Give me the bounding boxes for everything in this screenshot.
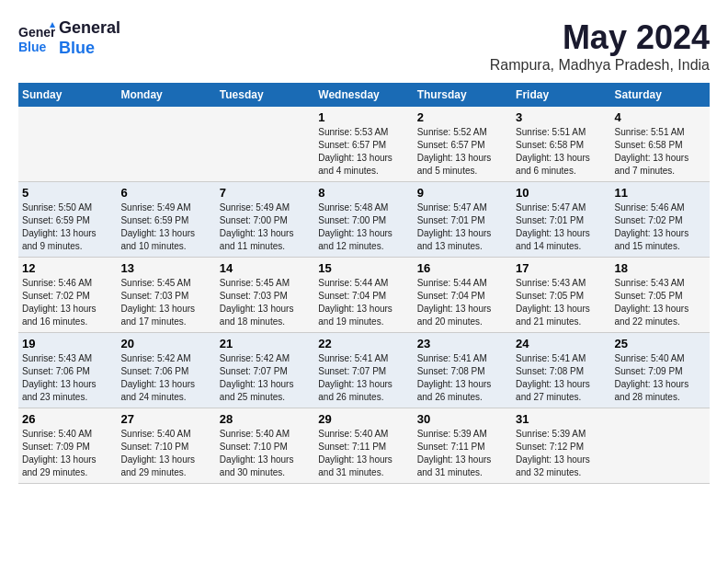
day-info: Sunrise: 5:46 AMSunset: 7:02 PMDaylight:… [615, 201, 706, 253]
day-info: Sunrise: 5:39 AMSunset: 7:11 PMDaylight:… [417, 428, 508, 479]
day-number: 29 [318, 412, 409, 426]
logo-text: General Blue [59, 18, 120, 58]
calendar-cell: 13Sunrise: 5:45 AMSunset: 7:03 PMDayligh… [117, 258, 215, 333]
calendar-week-row: 12Sunrise: 5:46 AMSunset: 7:02 PMDayligh… [18, 258, 710, 333]
day-number: 9 [417, 186, 508, 200]
day-number: 6 [120, 186, 211, 200]
calendar-cell: 28Sunrise: 5:40 AMSunset: 7:10 PMDayligh… [216, 408, 314, 484]
day-info: Sunrise: 5:44 AMSunset: 7:04 PMDaylight:… [417, 277, 508, 328]
day-number: 22 [318, 337, 409, 350]
day-info: Sunrise: 5:42 AMSunset: 7:07 PMDaylight:… [220, 352, 311, 404]
calendar-cell [611, 408, 710, 484]
calendar-cell: 3Sunrise: 5:51 AMSunset: 6:58 PMDaylight… [512, 107, 610, 182]
main-title: May 2024 [490, 18, 710, 57]
calendar-cell: 26Sunrise: 5:40 AMSunset: 7:09 PMDayligh… [18, 408, 117, 484]
header-friday: Friday [512, 83, 610, 107]
calendar-cell: 1Sunrise: 5:53 AMSunset: 6:57 PMDaylight… [314, 107, 413, 182]
calendar-cell: 15Sunrise: 5:44 AMSunset: 7:04 PMDayligh… [314, 258, 413, 333]
day-info: Sunrise: 5:41 AMSunset: 7:08 PMDaylight:… [417, 352, 508, 404]
calendar-cell: 12Sunrise: 5:46 AMSunset: 7:02 PMDayligh… [18, 258, 117, 333]
day-info: Sunrise: 5:40 AMSunset: 7:09 PMDaylight:… [22, 428, 113, 479]
day-number: 1 [318, 110, 409, 124]
calendar-cell: 25Sunrise: 5:40 AMSunset: 7:09 PMDayligh… [611, 333, 710, 408]
calendar-cell: 30Sunrise: 5:39 AMSunset: 7:11 PMDayligh… [414, 408, 512, 484]
calendar-cell: 4Sunrise: 5:51 AMSunset: 6:58 PMDaylight… [611, 107, 710, 182]
day-number: 8 [318, 186, 409, 200]
header-thursday: Thursday [414, 83, 512, 107]
svg-text:General: General [18, 25, 55, 40]
day-info: Sunrise: 5:47 AMSunset: 7:01 PMDaylight:… [417, 201, 508, 253]
calendar-cell: 9Sunrise: 5:47 AMSunset: 7:01 PMDaylight… [414, 182, 512, 258]
header-wednesday: Wednesday [314, 83, 413, 107]
day-info: Sunrise: 5:47 AMSunset: 7:01 PMDaylight:… [516, 201, 607, 253]
day-number: 10 [516, 186, 607, 200]
calendar-cell: 18Sunrise: 5:43 AMSunset: 7:05 PMDayligh… [611, 258, 710, 333]
day-info: Sunrise: 5:42 AMSunset: 7:06 PMDaylight:… [120, 352, 211, 404]
calendar-cell [216, 107, 314, 182]
day-info: Sunrise: 5:40 AMSunset: 7:10 PMDaylight:… [120, 428, 211, 479]
calendar-cell: 16Sunrise: 5:44 AMSunset: 7:04 PMDayligh… [414, 258, 512, 333]
day-info: Sunrise: 5:45 AMSunset: 7:03 PMDaylight:… [120, 277, 211, 328]
page-header: General Blue General Blue May 2024 Rampu… [18, 18, 710, 74]
calendar-cell: 17Sunrise: 5:43 AMSunset: 7:05 PMDayligh… [512, 258, 610, 333]
day-number: 20 [120, 337, 211, 350]
day-number: 26 [22, 412, 113, 426]
day-info: Sunrise: 5:51 AMSunset: 6:58 PMDaylight:… [615, 126, 706, 178]
calendar-cell: 21Sunrise: 5:42 AMSunset: 7:07 PMDayligh… [216, 333, 314, 408]
day-number: 17 [516, 261, 607, 275]
calendar-cell: 7Sunrise: 5:49 AMSunset: 7:00 PMDaylight… [216, 182, 314, 258]
header-monday: Monday [117, 83, 215, 107]
day-number: 23 [417, 337, 508, 350]
logo: General Blue General Blue [18, 18, 120, 58]
calendar-cell: 23Sunrise: 5:41 AMSunset: 7:08 PMDayligh… [414, 333, 512, 408]
calendar-cell: 2Sunrise: 5:52 AMSunset: 6:57 PMDaylight… [414, 107, 512, 182]
day-info: Sunrise: 5:49 AMSunset: 6:59 PMDaylight:… [120, 201, 211, 253]
calendar-cell: 29Sunrise: 5:40 AMSunset: 7:11 PMDayligh… [314, 408, 413, 484]
calendar-cell: 19Sunrise: 5:43 AMSunset: 7:06 PMDayligh… [18, 333, 117, 408]
day-info: Sunrise: 5:46 AMSunset: 7:02 PMDaylight:… [22, 277, 113, 328]
calendar-table: SundayMondayTuesdayWednesdayThursdayFrid… [18, 83, 710, 484]
day-number: 4 [615, 110, 706, 124]
calendar-cell: 14Sunrise: 5:45 AMSunset: 7:03 PMDayligh… [216, 258, 314, 333]
calendar-header-row: SundayMondayTuesdayWednesdayThursdayFrid… [18, 83, 710, 107]
day-number: 24 [516, 337, 607, 350]
day-info: Sunrise: 5:50 AMSunset: 6:59 PMDaylight:… [22, 201, 113, 253]
day-info: Sunrise: 5:40 AMSunset: 7:09 PMDaylight:… [615, 352, 706, 404]
day-info: Sunrise: 5:49 AMSunset: 7:00 PMDaylight:… [220, 201, 311, 253]
day-info: Sunrise: 5:41 AMSunset: 7:07 PMDaylight:… [318, 352, 409, 404]
day-number: 13 [120, 261, 211, 275]
day-number: 15 [318, 261, 409, 275]
calendar-week-row: 1Sunrise: 5:53 AMSunset: 6:57 PMDaylight… [18, 107, 710, 182]
header-saturday: Saturday [611, 83, 710, 107]
day-number: 27 [120, 412, 211, 426]
day-number: 28 [220, 412, 311, 426]
calendar-cell: 22Sunrise: 5:41 AMSunset: 7:07 PMDayligh… [314, 333, 413, 408]
day-number: 12 [22, 261, 113, 275]
title-block: May 2024 Rampura, Madhya Pradesh, India [490, 18, 710, 74]
day-number: 3 [516, 110, 607, 124]
day-number: 25 [615, 337, 706, 350]
day-info: Sunrise: 5:53 AMSunset: 6:57 PMDaylight:… [318, 126, 409, 178]
header-tuesday: Tuesday [216, 83, 314, 107]
day-number: 19 [22, 337, 113, 350]
day-info: Sunrise: 5:43 AMSunset: 7:06 PMDaylight:… [22, 352, 113, 404]
day-number: 11 [615, 186, 706, 200]
calendar-cell: 6Sunrise: 5:49 AMSunset: 6:59 PMDaylight… [117, 182, 215, 258]
calendar-cell [117, 107, 215, 182]
calendar-cell: 5Sunrise: 5:50 AMSunset: 6:59 PMDaylight… [18, 182, 117, 258]
calendar-cell: 10Sunrise: 5:47 AMSunset: 7:01 PMDayligh… [512, 182, 610, 258]
day-info: Sunrise: 5:44 AMSunset: 7:04 PMDaylight:… [318, 277, 409, 328]
calendar-cell: 11Sunrise: 5:46 AMSunset: 7:02 PMDayligh… [611, 182, 710, 258]
calendar-cell [18, 107, 117, 182]
day-number: 2 [417, 110, 508, 124]
day-info: Sunrise: 5:41 AMSunset: 7:08 PMDaylight:… [516, 352, 607, 404]
day-info: Sunrise: 5:45 AMSunset: 7:03 PMDaylight:… [220, 277, 311, 328]
day-info: Sunrise: 5:43 AMSunset: 7:05 PMDaylight:… [615, 277, 706, 328]
calendar-cell: 27Sunrise: 5:40 AMSunset: 7:10 PMDayligh… [117, 408, 215, 484]
day-info: Sunrise: 5:39 AMSunset: 7:12 PMDaylight:… [516, 428, 607, 479]
calendar-cell: 20Sunrise: 5:42 AMSunset: 7:06 PMDayligh… [117, 333, 215, 408]
svg-text:Blue: Blue [18, 40, 47, 54]
day-number: 18 [615, 261, 706, 275]
calendar-cell: 24Sunrise: 5:41 AMSunset: 7:08 PMDayligh… [512, 333, 610, 408]
calendar-week-row: 19Sunrise: 5:43 AMSunset: 7:06 PMDayligh… [18, 333, 710, 408]
